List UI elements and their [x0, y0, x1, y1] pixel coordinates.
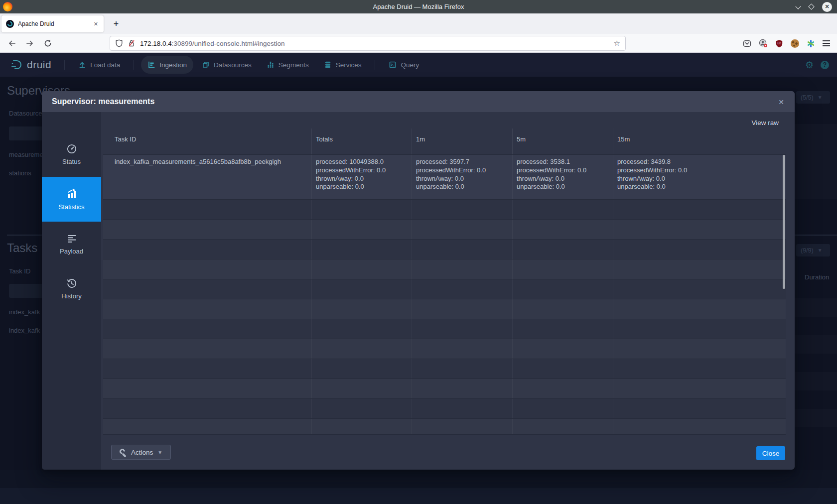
- tab-payload[interactable]: Payload: [42, 222, 101, 266]
- modal-close-button[interactable]: Close: [756, 446, 785, 460]
- tab-status[interactable]: Status: [42, 132, 101, 177]
- window-maximize-icon[interactable]: [808, 3, 815, 10]
- wrench-icon: [120, 449, 127, 456]
- nav-load-data[interactable]: Load data: [72, 56, 127, 74]
- tab-bar: Apache Druid ✕ +: [0, 13, 837, 34]
- table-empty-row: [103, 339, 786, 359]
- view-raw-link[interactable]: View raw: [751, 119, 779, 126]
- druid-logo-icon: [10, 58, 23, 71]
- nav-query[interactable]: Query: [382, 56, 425, 74]
- side-item-label: Status: [62, 158, 81, 165]
- druid-favicon-icon: [6, 20, 14, 28]
- menu-icon[interactable]: [823, 40, 830, 46]
- reload-button[interactable]: [42, 37, 54, 49]
- supervisor-modal: Supervisor: measurements ✕ Status: [42, 91, 795, 470]
- table-empty-row: [103, 418, 786, 435]
- column-header: Task ID: [103, 128, 311, 154]
- help-icon[interactable]: ?: [821, 61, 829, 69]
- tracking-shield-icon[interactable]: [115, 39, 123, 47]
- url-bar[interactable]: 172.18.0.4:30899/unified-console.html#in…: [110, 36, 626, 51]
- section-divider: [7, 235, 42, 236]
- account-extension-icon[interactable]: [759, 39, 768, 48]
- nav-divider: [64, 60, 65, 70]
- bg-table-stripe: [795, 298, 837, 317]
- table-empty-row: [103, 319, 786, 339]
- datasources-icon: [202, 61, 210, 69]
- tasks-title: Tasks: [7, 241, 37, 255]
- back-button[interactable]: [6, 37, 18, 49]
- table-scrollbar[interactable]: [783, 155, 785, 289]
- reload-icon: [44, 39, 52, 47]
- druid-logo[interactable]: druid: [10, 58, 51, 71]
- supervisors-count-badge[interactable]: (5/5)▼: [796, 91, 830, 104]
- nav-services[interactable]: Services: [317, 56, 368, 74]
- side-item-label: Payload: [60, 248, 83, 255]
- bookmark-star-icon[interactable]: ☆: [614, 39, 620, 48]
- side-item-label: Statistics: [58, 203, 84, 211]
- extension-asterisk-icon[interactable]: [807, 39, 815, 48]
- nav-ingestion[interactable]: Ingestion: [141, 56, 193, 74]
- nav-divider: [375, 60, 375, 70]
- nav-label: Ingestion: [159, 61, 187, 69]
- table-empty-row: [103, 239, 786, 259]
- supervisor-row[interactable]: stations: [9, 169, 31, 177]
- statistics-table: Task ID Totals 1m 5m 15m index_kafka_mea…: [103, 128, 786, 435]
- 1m-cell: processed: 3597.7processedWithError: 0.0…: [412, 155, 512, 199]
- chevron-down-icon: ▼: [818, 248, 823, 253]
- bg-band: [0, 470, 837, 488]
- segments-icon: [267, 61, 275, 69]
- history-clock-icon: [66, 278, 77, 289]
- nav-datasources[interactable]: Datasources: [195, 56, 258, 74]
- datasource-column-header: Datasource: [9, 110, 42, 117]
- nav-label: Segments: [279, 61, 309, 69]
- tasks-count-badge[interactable]: (9/9)▼: [796, 244, 830, 256]
- tab-history[interactable]: History: [42, 266, 101, 311]
- window-title: Apache Druid — Mozilla Firefox: [0, 3, 837, 10]
- table-empty-row: [103, 219, 786, 239]
- tab-statistics[interactable]: Statistics: [42, 177, 101, 222]
- tab-close-icon[interactable]: ✕: [93, 20, 99, 28]
- duration-column-header: Duration: [805, 273, 829, 281]
- insecure-lock-icon[interactable]: [128, 39, 136, 47]
- window-close-icon[interactable]: ✕: [822, 2, 832, 12]
- 15m-cell: processed: 3439.8processedWithError: 0.0…: [613, 155, 786, 199]
- task-row[interactable]: index_kafk: [9, 308, 40, 316]
- nav-divider: [134, 60, 134, 70]
- cookie-icon[interactable]: [791, 39, 799, 48]
- chevron-down-icon: ▼: [818, 95, 823, 100]
- pocket-icon[interactable]: [743, 39, 751, 48]
- table-empty-row: [103, 259, 786, 279]
- section-divider: [795, 235, 837, 236]
- url-text: 172.18.0.4:30899/unified-console.html#in…: [140, 40, 609, 47]
- forward-button[interactable]: [24, 37, 36, 49]
- load-data-icon: [78, 61, 86, 69]
- nav-segments[interactable]: Segments: [260, 56, 315, 74]
- new-tab-button[interactable]: +: [110, 17, 123, 30]
- 5m-cell: processed: 3538.1processedWithError: 0.0…: [512, 155, 613, 199]
- ingestion-icon: [147, 61, 155, 69]
- table-row[interactable]: index_kafka_measurements_a5616c5ba8afb8b…: [103, 154, 786, 199]
- modal-header: Supervisor: measurements ✕: [42, 91, 795, 112]
- bg-band: [0, 488, 837, 504]
- actions-button[interactable]: Actions ▼: [111, 445, 171, 460]
- modal-side-menu: Status Statistics Pay: [42, 112, 101, 470]
- column-header: 1m: [412, 128, 512, 154]
- table-empty-row: [103, 199, 786, 219]
- settings-gear-icon[interactable]: ⚙: [805, 59, 814, 71]
- druid-wordmark: druid: [27, 59, 51, 71]
- gauge-icon: [66, 143, 77, 154]
- actions-button-label: Actions: [131, 449, 153, 456]
- bg-table-stripe: [795, 124, 837, 199]
- ublock-icon[interactable]: UO: [775, 39, 783, 48]
- table-empty-row: [103, 378, 786, 398]
- window-minimize-icon[interactable]: [796, 4, 801, 9]
- browser-tab[interactable]: Apache Druid ✕: [1, 15, 104, 32]
- nav-label: Load data: [90, 61, 120, 69]
- modal-close-icon[interactable]: ✕: [776, 97, 787, 108]
- task-row[interactable]: index_kafk: [9, 327, 40, 334]
- ublock-badge-text: UO: [777, 42, 781, 45]
- nav-label: Services: [336, 61, 362, 69]
- window-titlebar: Apache Druid — Mozilla Firefox ✕: [0, 0, 837, 13]
- task-id-column-header: Task ID: [9, 267, 30, 275]
- side-item-label: History: [61, 292, 81, 300]
